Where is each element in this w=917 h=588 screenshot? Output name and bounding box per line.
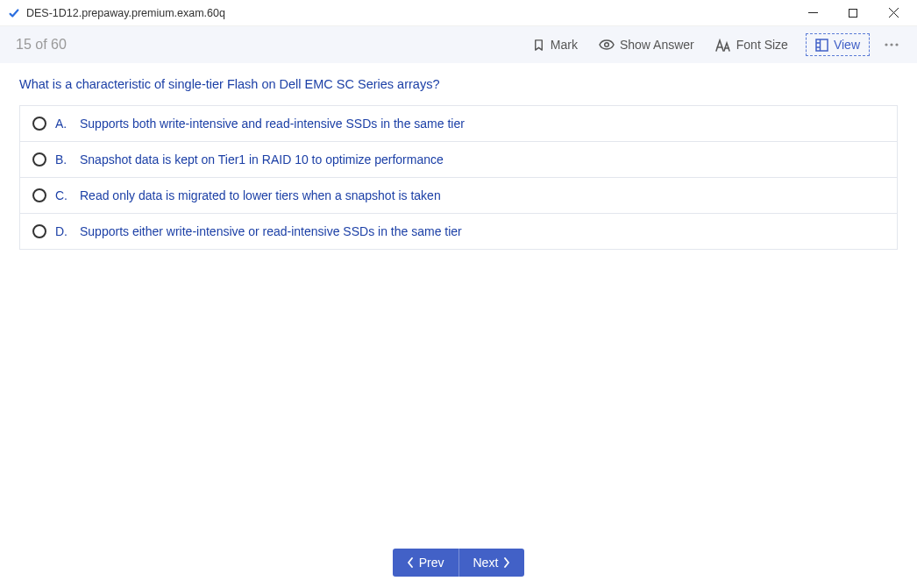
svg-point-12 (890, 43, 892, 46)
next-label: Next (473, 556, 499, 570)
show-answer-label: Show Answer (620, 38, 694, 52)
show-answer-button[interactable]: Show Answer (588, 32, 705, 57)
font-size-icon (715, 39, 731, 52)
bookmark-icon (532, 39, 545, 52)
radio-icon (32, 152, 46, 166)
svg-point-4 (605, 43, 609, 47)
window-title: DES-1D12.prepaway.premium.exam.60q (26, 7, 225, 19)
content-area: What is a characteristic of single-tier … (0, 63, 917, 264)
mark-label: Mark (551, 38, 578, 52)
font-size-button[interactable]: Font Size (705, 32, 799, 57)
radio-icon (32, 117, 46, 131)
answer-letter: D. (55, 224, 71, 238)
answer-text: Read only data is migrated to lower tier… (80, 188, 885, 202)
answer-letter: A. (55, 117, 71, 131)
app-icon (7, 6, 21, 20)
chevron-right-icon (503, 557, 510, 568)
toolbar: 15 of 60 Mark Show Answer Font Size Vie (0, 26, 917, 63)
footer: Prev Next (0, 537, 917, 588)
nav-buttons: Prev Next (393, 549, 525, 577)
svg-rect-1 (849, 9, 857, 17)
radio-icon (32, 188, 46, 202)
answer-option[interactable]: C. Read only data is migrated to lower t… (20, 178, 897, 214)
answers-list: A. Supports both write-intensive and rea… (19, 105, 898, 250)
svg-point-13 (895, 43, 898, 46)
answer-option[interactable]: A. Supports both write-intensive and rea… (20, 106, 897, 142)
prev-label: Prev (419, 556, 444, 570)
next-button[interactable]: Next (458, 549, 525, 577)
radio-icon (32, 224, 46, 238)
titlebar: DES-1D12.prepaway.premium.exam.60q (0, 0, 917, 26)
answer-letter: B. (55, 152, 71, 166)
chevron-left-icon (407, 557, 414, 568)
answer-option[interactable]: D. Supports either write-intensive or re… (20, 214, 897, 249)
more-icon (885, 43, 899, 46)
view-label: View (834, 38, 860, 52)
more-button[interactable] (877, 43, 906, 46)
view-icon (815, 39, 828, 52)
answer-text: Snapshot data is kept on Tier1 in RAID 1… (80, 152, 885, 166)
view-button[interactable]: View (806, 33, 870, 56)
answer-option[interactable]: B. Snapshot data is kept on Tier1 in RAI… (20, 142, 897, 178)
progress-label: 15 of 60 (16, 37, 67, 53)
font-size-label: Font Size (736, 38, 788, 52)
answer-letter: C. (55, 188, 71, 202)
window-maximize[interactable] (833, 0, 873, 26)
mark-button[interactable]: Mark (522, 32, 588, 57)
answer-text: Supports both write-intensive and read-i… (80, 117, 885, 131)
window-close[interactable] (873, 0, 913, 26)
question-text: What is a characteristic of single-tier … (19, 77, 898, 91)
svg-point-11 (885, 43, 887, 46)
answer-text: Supports either write-intensive or read-… (80, 224, 885, 238)
window-minimize[interactable] (793, 0, 833, 26)
prev-button[interactable]: Prev (393, 549, 458, 577)
svg-rect-7 (816, 39, 828, 51)
eye-icon (599, 39, 615, 50)
